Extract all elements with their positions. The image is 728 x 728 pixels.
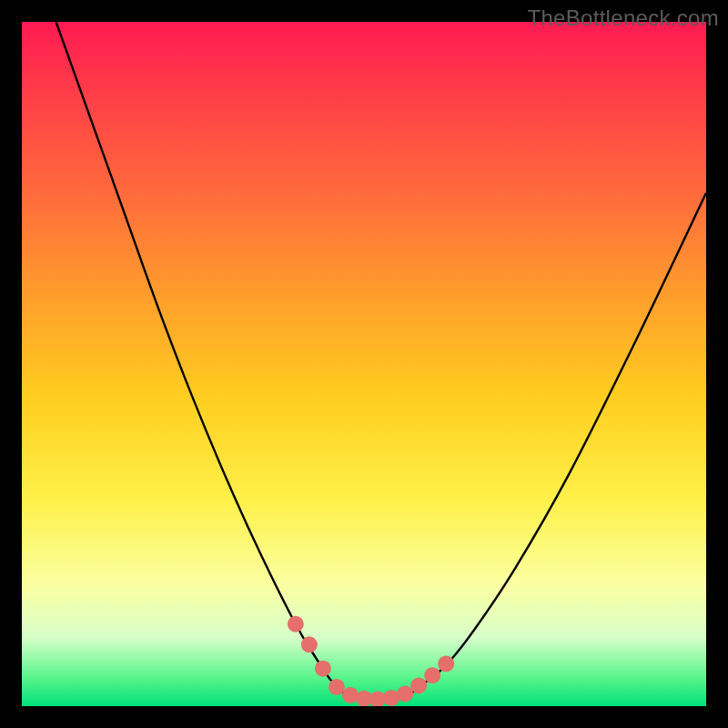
chart-frame: TheBottleneck.com [0, 0, 728, 728]
gradient-background [22, 22, 706, 706]
watermark-text: TheBottleneck.com [527, 5, 719, 31]
